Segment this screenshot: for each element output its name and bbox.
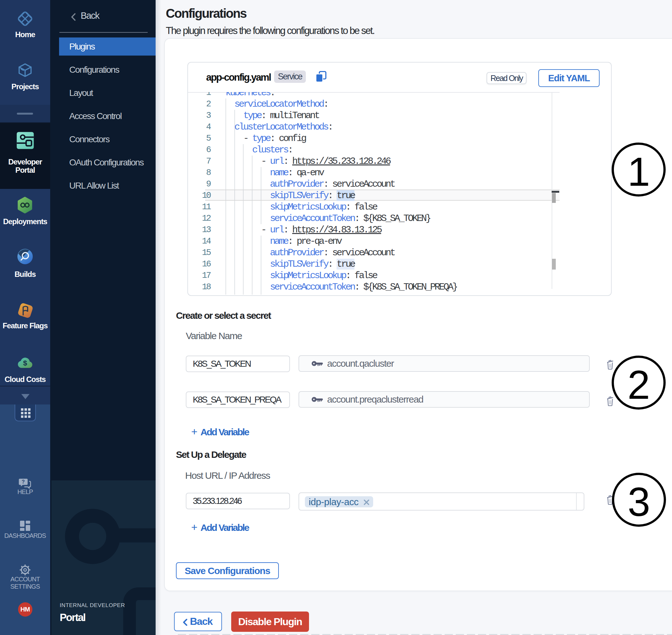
svg-text:?: ? — [22, 479, 25, 484]
svg-text:$: $ — [23, 359, 27, 367]
